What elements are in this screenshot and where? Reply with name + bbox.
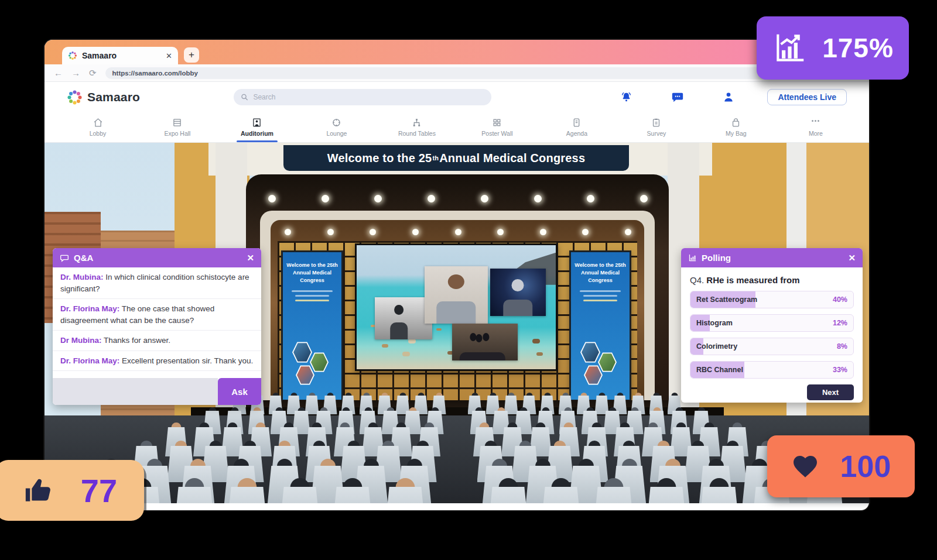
qa-messages: Dr. Mubina: In which clinical condition … bbox=[53, 267, 261, 378]
video-tile-hall bbox=[375, 297, 433, 339]
lounge-icon bbox=[331, 118, 341, 128]
nav-label: My Bag bbox=[726, 130, 747, 137]
qa-author: Dr. Florina May: bbox=[60, 304, 119, 313]
seat bbox=[384, 487, 427, 503]
brand-name: Samaaro bbox=[87, 90, 140, 104]
nav-item-agenda[interactable]: Agenda bbox=[559, 112, 595, 142]
qa-text: Thanks for answer. bbox=[104, 336, 170, 345]
poll-option[interactable]: RBC Channel 33% bbox=[690, 361, 854, 379]
samaaro-logo-icon bbox=[67, 90, 83, 105]
forward-icon[interactable]: → bbox=[71, 68, 80, 77]
samaaro-favicon bbox=[68, 51, 77, 60]
polling-panel-title: Polling bbox=[702, 253, 843, 263]
profile-icon[interactable] bbox=[723, 91, 734, 103]
nav-item-survey[interactable]: Survey bbox=[638, 112, 675, 142]
tab-title: Samaaro bbox=[82, 51, 161, 60]
home-icon bbox=[93, 118, 103, 128]
search-bar[interactable] bbox=[234, 89, 491, 105]
new-tab-button[interactable]: + bbox=[184, 47, 199, 63]
video-tile-panel bbox=[452, 324, 518, 361]
video-tile-speaker bbox=[425, 266, 488, 324]
nav-item-my-bag[interactable]: My Bag bbox=[718, 112, 754, 142]
poll-option-label: Ret Scatterogram bbox=[696, 291, 757, 308]
back-icon[interactable]: ← bbox=[54, 68, 63, 77]
bar-chart-growth-icon bbox=[772, 30, 808, 66]
poll-option-percent: 40% bbox=[833, 291, 847, 308]
nav-label: Poster Wall bbox=[481, 130, 512, 137]
welcome-sup: th bbox=[432, 154, 439, 162]
browser-tabstrip: Samaaro ✕ + bbox=[45, 40, 869, 64]
qa-message: Dr Mubina: Thanks for answer. bbox=[53, 331, 261, 351]
nav-label: Auditorium bbox=[241, 130, 273, 137]
samaaro-logo[interactable]: Samaaro bbox=[67, 90, 140, 105]
poll-option[interactable]: Colorimetry 8% bbox=[690, 338, 854, 355]
poll-option[interactable]: Histogram 12% bbox=[690, 314, 854, 332]
qa-panel: Q&A ✕ Dr. Mubina: In which clinical cond… bbox=[53, 248, 261, 405]
expo-hall-icon bbox=[172, 118, 182, 128]
qa-close-icon[interactable]: ✕ bbox=[247, 253, 254, 263]
chat-icon[interactable] bbox=[671, 91, 684, 104]
banner-subtext bbox=[292, 290, 333, 292]
nav-item-expo-hall[interactable]: Expo Hall bbox=[159, 112, 196, 142]
banner-line: Welcome to the 25th bbox=[571, 262, 630, 269]
tab-close-icon[interactable]: ✕ bbox=[166, 51, 172, 60]
more-icon bbox=[811, 118, 820, 128]
engagement-value: 175% bbox=[822, 32, 894, 64]
seat bbox=[539, 487, 583, 503]
poll-option-percent: 8% bbox=[837, 338, 847, 355]
poll-option-percent: 33% bbox=[833, 362, 847, 378]
site-header: Samaaro bbox=[45, 82, 869, 112]
banner-subtext bbox=[295, 300, 329, 301]
banner-line: Congress bbox=[571, 277, 630, 284]
search-input[interactable] bbox=[253, 93, 484, 101]
main-nav: Lobby Expo Hall Auditorium Lounge Round … bbox=[45, 112, 869, 143]
poll-option[interactable]: Ret Scatterogram 40% bbox=[690, 291, 854, 308]
nav-item-lobby[interactable]: Lobby bbox=[80, 112, 116, 142]
polling-chart-icon bbox=[688, 253, 697, 262]
nav-item-more[interactable]: More bbox=[798, 112, 834, 142]
qa-message: Dr. Mubina: In which clinical condition … bbox=[53, 267, 261, 299]
poll-option-label: Histogram bbox=[696, 315, 733, 331]
hearts-badge: 100 bbox=[767, 435, 915, 497]
survey-icon bbox=[651, 118, 661, 128]
poll-question-text: RHe is measured from bbox=[706, 275, 799, 285]
qa-ask-button[interactable]: Ask bbox=[218, 378, 261, 405]
auditorium-scene: Welcome to the 25th Annual Medical Congr… bbox=[45, 143, 869, 503]
qa-panel-header: Q&A ✕ bbox=[53, 248, 261, 267]
poll-option-percent: 12% bbox=[833, 315, 847, 331]
stage-lights-outer bbox=[268, 194, 648, 202]
polling-body: Q4. RHe is measured from Ret Scatterogra… bbox=[681, 267, 863, 379]
screen-background bbox=[357, 245, 556, 369]
banner-subtext bbox=[295, 295, 329, 297]
poll-next-button[interactable]: Next bbox=[807, 384, 854, 400]
poll-question-number: Q4. bbox=[690, 275, 704, 285]
browser-tab[interactable]: Samaaro ✕ bbox=[62, 47, 178, 64]
refresh-icon[interactable]: ⟳ bbox=[89, 68, 97, 77]
qa-text: Excellent presentation sir. Thank you. bbox=[122, 356, 253, 365]
nav-item-poster-wall[interactable]: Poster Wall bbox=[479, 112, 515, 142]
nav-item-auditorium[interactable]: Auditorium bbox=[239, 112, 275, 142]
attendees-live-button[interactable]: Attendees Live bbox=[767, 89, 847, 105]
nav-item-round-tables[interactable]: Round Tables bbox=[398, 112, 436, 142]
banner-subtext bbox=[583, 300, 617, 301]
qa-question-input[interactable] bbox=[53, 378, 218, 405]
banner-line: Welcome to the 25th bbox=[283, 262, 341, 269]
banner-subtext bbox=[583, 295, 617, 297]
nav-item-lounge[interactable]: Lounge bbox=[319, 112, 355, 142]
notifications-bell-icon[interactable] bbox=[620, 91, 632, 104]
address-bar[interactable]: https://samaaro.com/lobby bbox=[105, 67, 860, 79]
banner-line: Annual Medical bbox=[571, 269, 630, 277]
video-tile-remote bbox=[490, 269, 546, 316]
round-tables-icon bbox=[412, 118, 422, 128]
thumbs-up-icon bbox=[22, 474, 55, 507]
likes-badge: 77 bbox=[0, 460, 144, 521]
polling-close-icon[interactable]: ✕ bbox=[848, 253, 856, 263]
main-video-screen bbox=[355, 243, 558, 371]
banner-line: Annual Medical bbox=[283, 269, 341, 277]
poll-option-label: Colorimetry bbox=[696, 338, 737, 355]
seat bbox=[697, 487, 741, 503]
poll-question: Q4. RHe is measured from bbox=[690, 275, 854, 285]
seat bbox=[331, 487, 374, 503]
my-bag-icon bbox=[731, 118, 741, 128]
qa-bubble-icon bbox=[60, 253, 69, 263]
